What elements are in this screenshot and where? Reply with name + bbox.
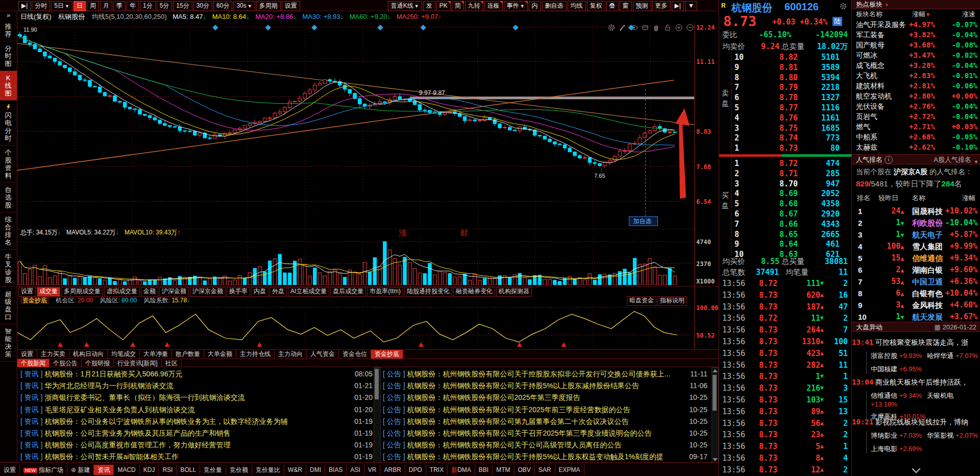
subnav-大单金额[interactable]: 大单金额	[204, 350, 236, 359]
bottom-tab-新建[interactable]: ⊕ 新建	[67, 465, 94, 475]
buy-row[interactable]: 98.64461	[731, 239, 852, 249]
quote-gear-icon[interactable]	[839, 2, 847, 12]
bottom-tab-BOLL[interactable]: BOLL	[177, 465, 200, 475]
tool-简[interactable]: 简	[452, 1, 464, 11]
buy-row[interactable]: 28.71285	[731, 169, 852, 179]
indicator-tab-AI立桩成交量[interactable]: AI立桩成交量	[288, 287, 329, 297]
indicator-tab-换手率[interactable]: 换手率	[227, 287, 250, 297]
news-scrollbar[interactable]	[374, 367, 381, 462]
indicator-tab-虚拟成交量[interactable]: 虚拟成交量	[104, 287, 140, 297]
news-item-left[interactable]: [ 资讯 ] 杭钢股份：公司高度重视市值管理工作，努力做好经营管理01-19	[20, 439, 373, 451]
bottom-tab-新DMA[interactable]: 新DMA	[448, 465, 475, 475]
news-item-right[interactable]: [ 公告 ] 杭钢股份：杭州钢铁股份有限公司关于持股5%以上股东减持股份结果公告…	[383, 380, 707, 392]
news-tab-个股新闻[interactable]: 个股新闻	[17, 359, 50, 367]
volume-chart[interactable]	[17, 236, 694, 285]
sell-row[interactable]: 78.792218	[731, 82, 852, 92]
news-item-left[interactable]: [ 资讯 ] 杭钢股份：公司业务以宁波钢铁所从事的钢铁业务为主，以数字经济业务为…	[20, 416, 373, 427]
rank-row[interactable]: 31▼航天电子+5.87%	[852, 229, 980, 241]
sidebar-item-K线图[interactable]: K线图	[0, 71, 17, 101]
sector-row[interactable]: 可燃冰+3.47%-0.02%	[852, 50, 980, 60]
move-item[interactable]: 13:41 可控核聚变板块震荡走高，浙浙富控股 +9.93%哈焊华通 +7.07…	[852, 338, 980, 378]
indicator-tab-沪深金额[interactable]: 沪深金额	[159, 287, 189, 297]
sector-row[interactable]: 光伏设备+2.76%-0.04%	[852, 101, 980, 111]
indicator-tab-市盈率(ttm)[interactable]: 市盈率(ttm)	[367, 287, 403, 297]
sector-row[interactable]: 国产航母+3.68%-0.08%	[852, 40, 980, 50]
sidebar-item-分时图[interactable]: 分时图	[0, 41, 17, 71]
bottom-tab-MACD[interactable]: MACD	[114, 465, 139, 475]
bottom-tab-KDJ[interactable]: KDJ	[140, 465, 159, 475]
bottom-tab-指标广场[interactable]: NEW指标广场	[20, 465, 67, 475]
ma-settings-label[interactable]: 均线5(5,10,20,30,60,250)	[92, 13, 167, 20]
news-item-right[interactable]: [ 公告 ] 杭钢股份：杭州钢铁股份有限公司关于控股股东拟非公开发行可交换公司债…	[383, 368, 707, 380]
sidebar-item-个股资料[interactable]: 个股资料	[0, 146, 17, 183]
buy-row[interactable]: 48.692052	[731, 188, 852, 199]
tool-更多[interactable]: 更多	[652, 1, 671, 11]
subnav-资金仓位[interactable]: 资金仓位	[339, 350, 371, 359]
indicator-tab-陆股通持股变化[interactable]: 陆股通持股变化	[404, 287, 452, 297]
subnav-散户数量[interactable]: 散户数量	[172, 350, 204, 359]
period-5日[interactable]: 5日▼	[51, 1, 72, 11]
sidebar-item-智能决策[interactable]: 智能决策	[0, 324, 17, 362]
buy-row[interactable]: 78.664343	[731, 219, 852, 229]
news-item-left[interactable]: [ 资讯 ] 华为河北总经理马力一行到杭钢洽谈交流01-21	[20, 380, 373, 392]
period-5分[interactable]: 5分	[157, 1, 173, 11]
bottom-tab-MTM[interactable]: MTM	[493, 465, 514, 475]
sidebar-collapse-button[interactable]: »	[0, 11, 17, 19]
subnav-主力持仓线[interactable]: 主力持仓线	[236, 350, 275, 359]
bottom-tab-ASI[interactable]: ASI	[347, 465, 364, 475]
sell-row[interactable]: 88.805394	[731, 73, 852, 83]
tick-trade-list[interactable]: 13:568.72111▼213:568.73620▲1613:568.7318…	[719, 278, 852, 476]
rank-row[interactable]: 62▲湖南白银+9.60%	[852, 264, 980, 276]
popularity-dropdown[interactable]: A股人气排名	[934, 155, 971, 164]
subnav-机构日动向[interactable]: 机构日动向	[69, 350, 108, 359]
indicator-tab-机构探测器[interactable]: 机构探测器	[496, 287, 532, 297]
tool-发[interactable]: 发	[423, 1, 435, 11]
tool-▼[interactable]: ▼	[685, 1, 697, 11]
period-日[interactable]: 日	[74, 1, 86, 11]
fund-indicator-chart[interactable]	[17, 305, 694, 349]
news-item-left[interactable]: [ 资讯 ] 杭钢股份：公司暂未开展ai智能体相关工作01-19	[20, 451, 373, 462]
indicator-tab-多周期成交量[interactable]: 多周期成交量	[61, 287, 103, 297]
tool-窗[interactable]: 窗	[620, 1, 632, 11]
bottom-tab-竞价量[interactable]: 竞价量	[200, 465, 226, 475]
info-icon[interactable]: i	[885, 156, 893, 164]
news-scrollbar[interactable]	[712, 367, 719, 462]
rank-row[interactable]: 753▲中国卫通+6.36%	[852, 276, 980, 288]
news-item-right[interactable]: [ 公告 ] 杭钢股份：杭州钢铁股份有限公司关于召开2025年第三季度业绩说明会…	[383, 427, 707, 439]
sector-row[interactable]: 中船系+2.68%-0.05%	[852, 132, 980, 142]
bottom-tab-EXPMA[interactable]: EXPMA	[555, 465, 584, 475]
tool-删自选[interactable]: 删自选	[542, 1, 567, 11]
period-30分[interactable]: 30分	[193, 1, 212, 11]
tool-连板[interactable]: 连板	[484, 1, 503, 11]
news-item-left[interactable]: [ 资讯 ] 杭钢股份：1月21日获融资买入5066.96万元08:05	[20, 368, 373, 380]
sector-row[interactable]: 成飞概念+3.28%-0.04%	[852, 60, 980, 70]
tool-复权[interactable]: 复权	[587, 1, 605, 11]
bottom-tab-DPO[interactable]: DPO	[405, 465, 426, 475]
rank-row[interactable]: 21▼利欧股份-10.04%	[852, 217, 980, 229]
sidebar-item-闪电分时[interactable]: 闪电分时	[0, 101, 17, 146]
tool-预测[interactable]: 预测	[633, 1, 651, 11]
subnav-大单净量[interactable]: 大单净量	[140, 350, 172, 359]
bottom-tab-资讯[interactable]: 资讯	[94, 465, 114, 475]
subnav-资金抄底[interactable]: 资金抄底	[371, 350, 403, 359]
move-item[interactable]: 13:04 商业航天板块午后维持活跃，信维通信 +9.34%天银机电 +13.1…	[852, 378, 980, 418]
rank-row[interactable]: 101▼航天发展+3.67%	[852, 311, 980, 323]
indicator-tab-融资融券变化[interactable]: 融资融券变化	[453, 287, 495, 297]
indicator-tab-盘后成交量[interactable]: 盘后成交量	[330, 287, 366, 297]
news-item-left[interactable]: [ 资讯 ] 杭钢股份：公司主营业务为钢铁及其压延产品的生产和销售01-19	[20, 427, 373, 439]
subnav-主力买卖[interactable]: 主力买卖	[37, 350, 69, 359]
indicator-tab-内盘[interactable]: 内盘	[251, 287, 268, 297]
period-周[interactable]: 周	[87, 1, 99, 11]
sector-row[interactable]: 太赫兹+2.62%-0.10%	[852, 142, 980, 152]
indicator-tab-沪深京金额[interactable]: 沪深京金额	[190, 287, 226, 297]
news-item-right[interactable]: [ 公告 ] 杭钢股份：杭州钢铁股份有限公司关于2025年前三季度经营数据的公告…	[383, 404, 707, 416]
tool-均线[interactable]: 均线	[568, 1, 586, 11]
period-60分[interactable]: 60分	[213, 1, 232, 11]
buy-row[interactable]: 68.672920	[731, 209, 852, 219]
tool-内[interactable]: 内	[529, 1, 541, 11]
sell-row[interactable]: 58.771116	[731, 103, 852, 113]
period-设置[interactable]: 设置	[282, 1, 300, 11]
subnav-设置[interactable]: 设置	[17, 350, 37, 359]
indicator-tab-指标说明[interactable]: 指标说明	[657, 296, 687, 306]
tool-事件[interactable]: 事件▼	[504, 1, 528, 11]
